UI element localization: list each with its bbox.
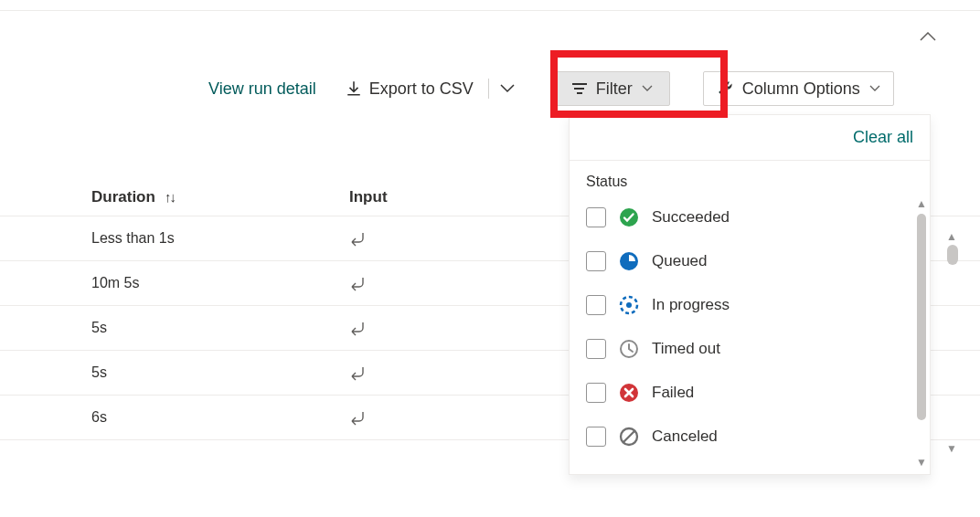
checkbox[interactable] [586, 383, 606, 403]
view-run-detail-link[interactable]: View run detail [192, 79, 333, 99]
export-csv-button[interactable]: Export to CSV [333, 71, 486, 106]
export-csv-label: Export to CSV [369, 79, 474, 99]
checkbox[interactable] [586, 251, 606, 271]
checkbox[interactable] [586, 207, 606, 227]
download-icon [346, 80, 362, 97]
svg-point-3 [626, 302, 632, 308]
filter-panel-header: Clear all [570, 115, 930, 161]
filter-icon [572, 83, 587, 94]
cell-duration: 6s [0, 409, 249, 426]
status-failed-icon [619, 383, 639, 403]
column-header-input[interactable]: Input [249, 188, 388, 206]
status-succeeded-icon [619, 207, 639, 227]
filter-option-queued[interactable]: Queued [570, 239, 930, 283]
top-border [0, 0, 980, 11]
filter-button[interactable]: Filter [555, 71, 670, 106]
filter-option-canceled[interactable]: Canceled [570, 415, 930, 459]
cell-input[interactable] [249, 409, 368, 426]
column-header-duration-label: Duration [91, 188, 155, 206]
cell-input[interactable] [249, 230, 368, 247]
filter-option-succeeded[interactable]: Succeeded [570, 195, 930, 239]
toolbar: View run detail Export to CSV Filter Col… [0, 71, 980, 106]
checkbox[interactable] [586, 339, 606, 359]
scroll-down-icon[interactable]: ▼ [916, 456, 927, 469]
outer-scrollbar-thumb[interactable] [947, 245, 958, 265]
column-options-button[interactable]: Column Options [703, 71, 894, 106]
status-timed_out-icon [619, 339, 639, 359]
cell-duration: 5s [0, 364, 249, 381]
wrench-icon [717, 80, 733, 97]
filter-section-title: Status [570, 161, 930, 195]
chevron-down-icon [869, 85, 880, 92]
status-label: Queued [652, 252, 708, 270]
status-canceled-icon [619, 427, 639, 447]
enter-icon [349, 409, 368, 426]
outer-scroll-down[interactable]: ▼ [946, 442, 957, 455]
cell-input[interactable] [249, 275, 368, 291]
status-label: In progress [652, 296, 730, 314]
export-options-chevron[interactable] [491, 71, 524, 106]
outer-scroll-up[interactable]: ▲ [946, 230, 957, 243]
cell-input[interactable] [249, 364, 368, 381]
sort-icon: ↑↓ [165, 189, 175, 205]
checkbox[interactable] [586, 427, 606, 447]
cell-duration: 5s [0, 320, 249, 336]
enter-icon [349, 230, 368, 247]
status-label: Failed [652, 384, 694, 402]
status-label: Succeeded [652, 208, 730, 227]
cell-duration: 10m 5s [0, 275, 249, 291]
column-header-duration[interactable]: Duration ↑↓ [0, 188, 249, 206]
separator [488, 79, 489, 99]
enter-icon [349, 320, 368, 336]
chevron-down-icon [642, 85, 653, 92]
filter-label: Filter [596, 79, 633, 99]
cell-input[interactable] [249, 320, 368, 336]
collapse-chevron[interactable] [920, 32, 936, 41]
scroll-up-icon[interactable]: ▲ [916, 197, 927, 210]
status-label: Canceled [652, 427, 718, 446]
filter-option-failed[interactable]: Failed [570, 371, 930, 415]
status-queued-icon [619, 251, 639, 271]
filter-option-timed_out[interactable]: Timed out [570, 327, 930, 371]
filter-option-in_progress[interactable]: In progress [570, 283, 930, 327]
status-in_progress-icon [619, 295, 639, 315]
enter-icon [349, 364, 368, 381]
clear-all-link[interactable]: Clear all [853, 128, 913, 147]
enter-icon [349, 275, 368, 291]
filter-options-list: SucceededQueuedIn progressTimed outFaile… [570, 195, 930, 474]
status-label: Timed out [652, 340, 720, 358]
checkbox[interactable] [586, 295, 606, 315]
panel-scrollbar-thumb[interactable] [917, 214, 926, 420]
column-options-label: Column Options [742, 79, 860, 99]
cell-duration: Less than 1s [0, 230, 249, 247]
filter-panel: Clear all Status SucceededQueuedIn progr… [569, 114, 931, 475]
